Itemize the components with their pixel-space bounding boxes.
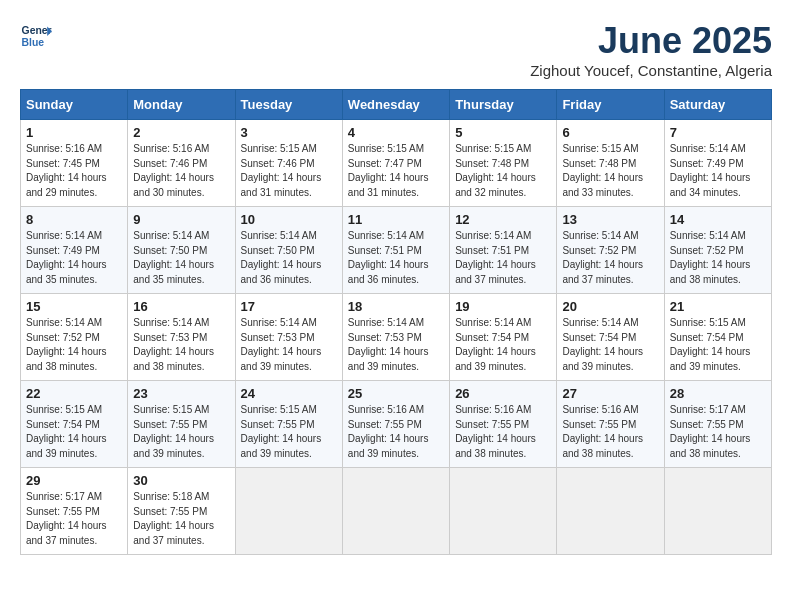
day-number: 1: [26, 125, 122, 140]
day-number: 17: [241, 299, 337, 314]
table-row: [342, 468, 449, 555]
day-number: 28: [670, 386, 766, 401]
day-number: 27: [562, 386, 658, 401]
table-row: [235, 468, 342, 555]
table-row: 3 Sunrise: 5:15 AM Sunset: 7:46 PM Dayli…: [235, 120, 342, 207]
day-number: 25: [348, 386, 444, 401]
table-row: 26 Sunrise: 5:16 AM Sunset: 7:55 PM Dayl…: [450, 381, 557, 468]
day-info: Sunrise: 5:16 AM Sunset: 7:55 PM Dayligh…: [455, 403, 551, 461]
table-row: 11 Sunrise: 5:14 AM Sunset: 7:51 PM Dayl…: [342, 207, 449, 294]
day-info: Sunrise: 5:15 AM Sunset: 7:55 PM Dayligh…: [241, 403, 337, 461]
table-row: 14 Sunrise: 5:14 AM Sunset: 7:52 PM Dayl…: [664, 207, 771, 294]
day-info: Sunrise: 5:14 AM Sunset: 7:52 PM Dayligh…: [26, 316, 122, 374]
day-info: Sunrise: 5:14 AM Sunset: 7:54 PM Dayligh…: [455, 316, 551, 374]
col-wednesday: Wednesday: [342, 90, 449, 120]
table-row: 7 Sunrise: 5:14 AM Sunset: 7:49 PM Dayli…: [664, 120, 771, 207]
table-row: 6 Sunrise: 5:15 AM Sunset: 7:48 PM Dayli…: [557, 120, 664, 207]
day-number: 8: [26, 212, 122, 227]
calendar-row: 1 Sunrise: 5:16 AM Sunset: 7:45 PM Dayli…: [21, 120, 772, 207]
day-info: Sunrise: 5:15 AM Sunset: 7:48 PM Dayligh…: [562, 142, 658, 200]
day-info: Sunrise: 5:14 AM Sunset: 7:53 PM Dayligh…: [133, 316, 229, 374]
logo: General Blue: [20, 20, 52, 52]
day-info: Sunrise: 5:15 AM Sunset: 7:55 PM Dayligh…: [133, 403, 229, 461]
day-info: Sunrise: 5:16 AM Sunset: 7:45 PM Dayligh…: [26, 142, 122, 200]
day-info: Sunrise: 5:14 AM Sunset: 7:52 PM Dayligh…: [670, 229, 766, 287]
table-row: 19 Sunrise: 5:14 AM Sunset: 7:54 PM Dayl…: [450, 294, 557, 381]
table-row: [664, 468, 771, 555]
day-number: 2: [133, 125, 229, 140]
day-number: 15: [26, 299, 122, 314]
day-info: Sunrise: 5:15 AM Sunset: 7:54 PM Dayligh…: [670, 316, 766, 374]
table-row: 4 Sunrise: 5:15 AM Sunset: 7:47 PM Dayli…: [342, 120, 449, 207]
table-row: 25 Sunrise: 5:16 AM Sunset: 7:55 PM Dayl…: [342, 381, 449, 468]
col-friday: Friday: [557, 90, 664, 120]
table-row: 8 Sunrise: 5:14 AM Sunset: 7:49 PM Dayli…: [21, 207, 128, 294]
table-row: 28 Sunrise: 5:17 AM Sunset: 7:55 PM Dayl…: [664, 381, 771, 468]
day-number: 20: [562, 299, 658, 314]
col-tuesday: Tuesday: [235, 90, 342, 120]
day-info: Sunrise: 5:14 AM Sunset: 7:54 PM Dayligh…: [562, 316, 658, 374]
day-info: Sunrise: 5:14 AM Sunset: 7:49 PM Dayligh…: [26, 229, 122, 287]
header-row: Sunday Monday Tuesday Wednesday Thursday…: [21, 90, 772, 120]
day-info: Sunrise: 5:17 AM Sunset: 7:55 PM Dayligh…: [26, 490, 122, 548]
title-section: June 2025 Zighout Youcef, Constantine, A…: [530, 20, 772, 79]
day-number: 22: [26, 386, 122, 401]
table-row: 22 Sunrise: 5:15 AM Sunset: 7:54 PM Dayl…: [21, 381, 128, 468]
day-number: 10: [241, 212, 337, 227]
table-row: 10 Sunrise: 5:14 AM Sunset: 7:50 PM Dayl…: [235, 207, 342, 294]
table-row: 27 Sunrise: 5:16 AM Sunset: 7:55 PM Dayl…: [557, 381, 664, 468]
day-info: Sunrise: 5:14 AM Sunset: 7:50 PM Dayligh…: [133, 229, 229, 287]
table-row: 13 Sunrise: 5:14 AM Sunset: 7:52 PM Dayl…: [557, 207, 664, 294]
table-row: 18 Sunrise: 5:14 AM Sunset: 7:53 PM Dayl…: [342, 294, 449, 381]
day-number: 12: [455, 212, 551, 227]
day-number: 16: [133, 299, 229, 314]
day-number: 9: [133, 212, 229, 227]
col-monday: Monday: [128, 90, 235, 120]
calendar: Sunday Monday Tuesday Wednesday Thursday…: [20, 89, 772, 555]
day-info: Sunrise: 5:14 AM Sunset: 7:51 PM Dayligh…: [348, 229, 444, 287]
day-number: 5: [455, 125, 551, 140]
table-row: 16 Sunrise: 5:14 AM Sunset: 7:53 PM Dayl…: [128, 294, 235, 381]
table-row: 23 Sunrise: 5:15 AM Sunset: 7:55 PM Dayl…: [128, 381, 235, 468]
month-title: June 2025: [530, 20, 772, 62]
calendar-row: 29 Sunrise: 5:17 AM Sunset: 7:55 PM Dayl…: [21, 468, 772, 555]
subtitle: Zighout Youcef, Constantine, Algeria: [530, 62, 772, 79]
day-info: Sunrise: 5:14 AM Sunset: 7:53 PM Dayligh…: [241, 316, 337, 374]
col-sunday: Sunday: [21, 90, 128, 120]
day-number: 3: [241, 125, 337, 140]
day-number: 30: [133, 473, 229, 488]
table-row: 29 Sunrise: 5:17 AM Sunset: 7:55 PM Dayl…: [21, 468, 128, 555]
day-info: Sunrise: 5:15 AM Sunset: 7:54 PM Dayligh…: [26, 403, 122, 461]
table-row: 12 Sunrise: 5:14 AM Sunset: 7:51 PM Dayl…: [450, 207, 557, 294]
col-thursday: Thursday: [450, 90, 557, 120]
table-row: 1 Sunrise: 5:16 AM Sunset: 7:45 PM Dayli…: [21, 120, 128, 207]
day-number: 13: [562, 212, 658, 227]
svg-text:Blue: Blue: [22, 37, 45, 48]
day-info: Sunrise: 5:17 AM Sunset: 7:55 PM Dayligh…: [670, 403, 766, 461]
day-info: Sunrise: 5:14 AM Sunset: 7:52 PM Dayligh…: [562, 229, 658, 287]
day-info: Sunrise: 5:16 AM Sunset: 7:55 PM Dayligh…: [348, 403, 444, 461]
day-number: 6: [562, 125, 658, 140]
day-info: Sunrise: 5:16 AM Sunset: 7:46 PM Dayligh…: [133, 142, 229, 200]
day-number: 19: [455, 299, 551, 314]
day-info: Sunrise: 5:15 AM Sunset: 7:46 PM Dayligh…: [241, 142, 337, 200]
day-number: 7: [670, 125, 766, 140]
logo-icon: General Blue: [20, 20, 52, 52]
table-row: 17 Sunrise: 5:14 AM Sunset: 7:53 PM Dayl…: [235, 294, 342, 381]
day-number: 11: [348, 212, 444, 227]
col-saturday: Saturday: [664, 90, 771, 120]
day-info: Sunrise: 5:16 AM Sunset: 7:55 PM Dayligh…: [562, 403, 658, 461]
table-row: [557, 468, 664, 555]
day-info: Sunrise: 5:18 AM Sunset: 7:55 PM Dayligh…: [133, 490, 229, 548]
day-number: 24: [241, 386, 337, 401]
table-row: 5 Sunrise: 5:15 AM Sunset: 7:48 PM Dayli…: [450, 120, 557, 207]
table-row: 24 Sunrise: 5:15 AM Sunset: 7:55 PM Dayl…: [235, 381, 342, 468]
table-row: 21 Sunrise: 5:15 AM Sunset: 7:54 PM Dayl…: [664, 294, 771, 381]
day-info: Sunrise: 5:15 AM Sunset: 7:48 PM Dayligh…: [455, 142, 551, 200]
calendar-row: 15 Sunrise: 5:14 AM Sunset: 7:52 PM Dayl…: [21, 294, 772, 381]
day-info: Sunrise: 5:14 AM Sunset: 7:53 PM Dayligh…: [348, 316, 444, 374]
page-header: General Blue June 2025 Zighout Youcef, C…: [20, 20, 772, 79]
day-number: 29: [26, 473, 122, 488]
day-number: 14: [670, 212, 766, 227]
table-row: 20 Sunrise: 5:14 AM Sunset: 7:54 PM Dayl…: [557, 294, 664, 381]
